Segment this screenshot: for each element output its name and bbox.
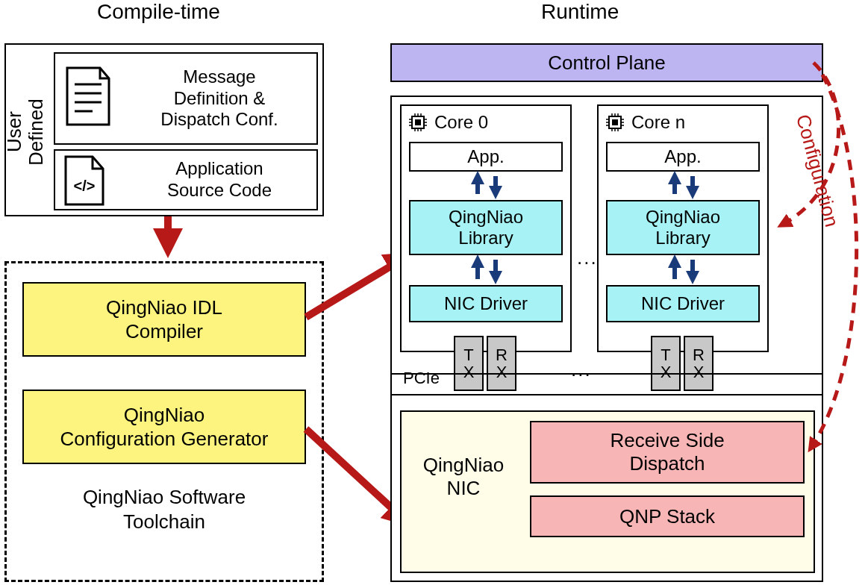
- core0-tx-box: T X: [454, 336, 484, 391]
- app-source-box: </> Application Source Code: [54, 149, 318, 210]
- core0-app-library-arrows: [463, 172, 515, 203]
- core0-library-box: QingNiao Library: [409, 200, 563, 255]
- core0-app-box: App.: [409, 142, 563, 172]
- core-ellipsis: ...: [577, 246, 598, 269]
- svg-line-7: [306, 260, 402, 317]
- coren-app-library-arrows: [660, 172, 712, 203]
- document-icon: [63, 65, 115, 129]
- coren-chip-icon: [605, 112, 625, 137]
- pcie-bus-line-bot: [392, 394, 822, 395]
- svg-text:</>: </>: [74, 178, 96, 194]
- txrx-ellipsis: ...: [571, 358, 592, 381]
- coren-nic-driver-box: NIC Driver: [606, 285, 760, 322]
- control-plane-box: Control Plane: [390, 43, 823, 82]
- idl-compiler-box: QingNiao IDL Compiler: [22, 282, 306, 357]
- nic-label: QingNiao NIC: [408, 454, 519, 500]
- coren-label: Core n: [631, 112, 685, 133]
- arrow-userdef-to-toolchain: [157, 216, 179, 261]
- svg-rect-24: [612, 119, 618, 125]
- svg-line-8: [306, 429, 402, 517]
- user-defined-label: User Defined: [10, 69, 40, 196]
- core0-nic-driver-box: NIC Driver: [409, 285, 563, 322]
- toolchain-label: QingNiao Software Toolchain: [30, 485, 299, 534]
- core0-label: Core 0: [434, 112, 488, 133]
- svg-rect-10: [415, 119, 421, 125]
- message-definition-box: Message Definition & Dispatch Conf.: [54, 52, 318, 145]
- core0-chip-icon: [408, 112, 428, 137]
- message-definition-label: Message Definition & Dispatch Conf.: [122, 66, 316, 131]
- config-gen-box: QingNiao Configuration Generator: [22, 390, 306, 464]
- code-file-icon: </>: [63, 154, 107, 207]
- compile-time-heading: Compile-time: [97, 0, 220, 24]
- coren-library-driver-arrows: [660, 255, 712, 288]
- core0-rx-box: R X: [487, 336, 516, 391]
- qnp-stack-box: QNP Stack: [530, 495, 805, 537]
- pcie-label: PCIe: [403, 369, 440, 388]
- coren-library-box: QingNiao Library: [606, 200, 760, 255]
- receive-side-dispatch-box: Receive Side Dispatch: [530, 421, 805, 484]
- pcie-bus-line-top: [392, 373, 822, 375]
- coren-app-box: App.: [606, 142, 760, 172]
- coren-tx-box: T X: [651, 336, 681, 391]
- core0-library-driver-arrows: [463, 255, 515, 288]
- coren-rx-box: R X: [684, 336, 714, 391]
- app-source-label: Application Source Code: [122, 158, 316, 201]
- runtime-heading: Runtime: [541, 0, 619, 24]
